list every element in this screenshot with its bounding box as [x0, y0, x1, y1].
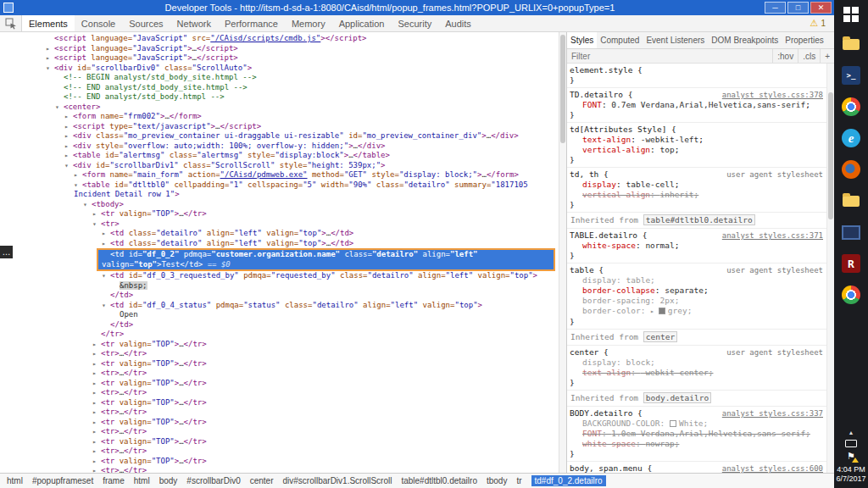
- expand-arrow-icon[interactable]: ▸: [64, 131, 73, 141]
- dom-tree-node[interactable]: ▾<tbody>: [0, 200, 559, 210]
- css-property[interactable]: vertical-align: top;: [570, 145, 823, 155]
- expand-arrow-icon[interactable]: ▸: [650, 308, 659, 315]
- rule-selector[interactable]: body, span.menu: [570, 463, 643, 473]
- breadcrumb-item[interactable]: tr: [516, 476, 521, 485]
- rule-selector[interactable]: TD.detailro: [570, 90, 623, 99]
- dom-tree-node[interactable]: ▸<form name="frm002">…</form>: [0, 112, 559, 122]
- rule-selector[interactable]: element.style: [570, 65, 632, 75]
- tab-elements[interactable]: Elements: [22, 15, 75, 31]
- styles-filter-input[interactable]: [567, 52, 772, 61]
- collapse-arrow-icon[interactable]: ▾: [83, 200, 92, 210]
- collapse-arrow-icon[interactable]: ▾: [74, 180, 82, 191]
- action-center-flag-icon[interactable]: ⚑: [847, 452, 855, 461]
- dom-tree-node[interactable]: ▾<table id="dtltbl0" cellpadding="1" cel…: [0, 180, 559, 200]
- expand-arrow-icon[interactable]: ▸: [92, 427, 101, 437]
- breadcrumb-item[interactable]: frame: [103, 476, 125, 485]
- dom-tree-node[interactable]: ▸<td class="detailro" align="left" valig…: [0, 239, 559, 249]
- taskbar-chrome-icon[interactable]: [839, 95, 863, 119]
- tab-security[interactable]: Security: [391, 15, 438, 31]
- breadcrumb-item[interactable]: #popupframeset: [32, 476, 93, 485]
- expand-arrow-icon[interactable]: ▸: [64, 141, 73, 152]
- taskbar-monitor-app-icon[interactable]: [839, 220, 863, 244]
- styles-toggle-hov[interactable]: :hov: [772, 49, 798, 63]
- expand-arrow-icon[interactable]: ▸: [46, 53, 54, 64]
- collapse-arrow-icon[interactable]: ▾: [64, 161, 73, 171]
- expand-arrow-icon[interactable]: ▸: [92, 408, 101, 418]
- dom-tree-node[interactable]: ▸<tr valign="TOP">…</tr>: [0, 398, 559, 408]
- dom-tree-node[interactable]: ▾<td id="df_0_3_requested_by" pdmqa="req…: [0, 271, 559, 281]
- css-property[interactable]: vertical-align: inherit;: [570, 190, 823, 200]
- dom-tree-node[interactable]: </tr>: [0, 330, 559, 340]
- expand-arrow-icon[interactable]: ▸: [92, 398, 101, 408]
- stylesheet-link[interactable]: analyst_styles.css:600: [722, 463, 823, 473]
- dom-tree-node[interactable]: ▸<tr>…</tr>: [0, 369, 559, 379]
- color-swatch[interactable]: [670, 420, 676, 427]
- close-button[interactable]: ✕: [810, 2, 832, 14]
- stylesheet-link[interactable]: analyst_styles.css:371: [722, 230, 823, 241]
- dom-tree-node[interactable]: ▾<div id="scrollbarDiv1" class="ScrollSc…: [0, 161, 559, 171]
- collapse-arrow-icon[interactable]: ▾: [102, 271, 110, 281]
- expand-arrow-icon[interactable]: ▸: [92, 349, 101, 359]
- collapse-arrow-icon[interactable]: ▾: [46, 64, 54, 74]
- expand-arrow-icon[interactable]: ▸: [92, 388, 101, 398]
- rule-selector[interactable]: td, th: [570, 169, 598, 179]
- taskbar-powershell-icon[interactable]: >_: [839, 64, 863, 87]
- taskbar-internet-explorer-icon[interactable]: e: [839, 126, 863, 150]
- css-property[interactable]: FONT: 0.7em Verdana,Arial,Helvetica,sans…: [570, 100, 823, 110]
- collapse-arrow-icon[interactable]: ▾: [55, 103, 64, 113]
- dom-tree-node[interactable]: ▾<tr>: [0, 219, 559, 230]
- tab-performance[interactable]: Performance: [218, 15, 285, 31]
- expand-arrow-icon[interactable]: ▸: [102, 229, 110, 239]
- stylesheet-link[interactable]: analyst_styles.css:378: [722, 90, 823, 100]
- dom-tree-node[interactable]: ▸<script type="text/javascript">…</scrip…: [0, 122, 559, 132]
- hidden-icons-chevron[interactable]: ▲: [849, 430, 854, 435]
- inherited-node-link[interactable]: table#dtltbl0.detailro: [643, 214, 755, 225]
- css-property[interactable]: white-space: normal;: [570, 241, 823, 251]
- dom-tree-node[interactable]: <!-- END analyst/std_body_site.htmpl -->: [0, 83, 559, 93]
- breadcrumb-item[interactable]: tbody: [487, 476, 507, 485]
- elements-scrollbar[interactable]: [559, 32, 566, 473]
- tab-console[interactable]: Console: [75, 15, 122, 31]
- inherited-node-link[interactable]: center: [643, 331, 677, 342]
- expand-arrow-icon[interactable]: ▸: [64, 151, 73, 161]
- collapse-arrow-icon[interactable]: ▾: [92, 219, 101, 230]
- sidebar-tab-styles[interactable]: Styles: [567, 32, 597, 48]
- dom-tree-node[interactable]: ▸<tr valign="TOP">…</tr>: [0, 437, 559, 447]
- expand-arrow-icon[interactable]: ▸: [92, 437, 101, 447]
- expand-arrow-icon[interactable]: ▸: [92, 209, 101, 219]
- dom-tree-node[interactable]: </td>: [0, 291, 559, 301]
- styles-toggle-cls[interactable]: .cls: [798, 49, 820, 63]
- css-property[interactable]: border-color: ▸ grey;: [570, 306, 823, 317]
- rule-selector[interactable]: BODY.detailro: [570, 408, 632, 418]
- dom-tree-node[interactable]: ▸<table id="alertmsg" class="alertmsg" s…: [0, 151, 559, 161]
- stylesheet-link[interactable]: analyst_styles.css:337: [722, 408, 823, 419]
- touch-keyboard-icon[interactable]: [845, 440, 857, 447]
- sidebar-tab-dom-breakpoints[interactable]: DOM Breakpoints: [708, 32, 782, 48]
- expand-arrow-icon[interactable]: ▸: [102, 239, 110, 249]
- dom-tree-node[interactable]: ▸<tr valign="TOP">…</tr>: [0, 340, 559, 350]
- dom-tree-node[interactable]: ▸<script language="JavaScript">…</script…: [0, 44, 559, 54]
- rule-selector[interactable]: center: [570, 347, 598, 357]
- expand-arrow-icon[interactable]: ▸: [92, 340, 101, 350]
- css-property[interactable]: text-align: -webkit-center;: [570, 368, 823, 378]
- dom-tree-node[interactable]: ▸<tr>…</tr>: [0, 408, 559, 418]
- sidebar-tab-event-listeners[interactable]: Event Listeners: [643, 32, 708, 48]
- expand-arrow-icon[interactable]: ▸: [74, 170, 82, 180]
- rule-selector[interactable]: td[Attributes Style]: [570, 125, 666, 134]
- dom-tree-node[interactable]: ▸<form name="main_form" action="/CAisd/p…: [0, 170, 559, 180]
- breadcrumb-item[interactable]: #scrollbarDiv0: [186, 476, 240, 485]
- dom-tree-node[interactable]: ▾<div id="scrollbarDiv0" class="ScrollAu…: [0, 64, 559, 74]
- css-property[interactable]: display: table-cell;: [570, 180, 823, 190]
- breadcrumb-item[interactable]: center: [250, 476, 274, 485]
- styles-scrollbar[interactable]: [826, 64, 834, 473]
- css-property[interactable]: FONT: 1.0em Verdana,Arial,Helvetica,sans…: [570, 429, 823, 439]
- dom-tree-node[interactable]: <!-- BEGIN analyst/std_body_site.htmpl -…: [0, 73, 559, 83]
- tab-network[interactable]: Network: [170, 15, 218, 31]
- dom-tree-node[interactable]: <!-- END analyst/std_body.htmpl -->: [0, 92, 559, 103]
- breadcrumb-item[interactable]: html: [7, 476, 23, 485]
- taskbar-file-explorer-icon[interactable]: [839, 32, 863, 56]
- start-button[interactable]: [834, 0, 868, 29]
- sidebar-tab-computed[interactable]: Computed: [597, 32, 643, 48]
- dom-tree-node[interactable]: ▸<tr valign="TOP">…</tr>: [0, 418, 559, 428]
- dom-tree-node[interactable]: ▾<td id="df_0_4_status" pdmqa="status" c…: [0, 301, 559, 311]
